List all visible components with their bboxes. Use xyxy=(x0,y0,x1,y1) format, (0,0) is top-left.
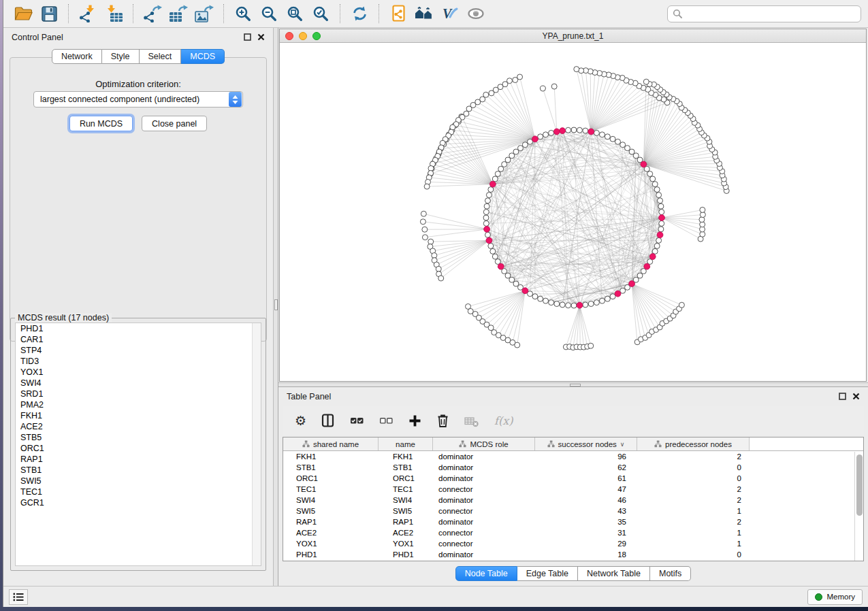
column-header-MCDS-role[interactable]: MCDS role xyxy=(433,437,535,450)
delete-table-button[interactable] xyxy=(464,414,479,427)
tab-network[interactable]: Network xyxy=(52,49,102,64)
table-row[interactable]: TEC1TEC1connector472 xyxy=(283,484,863,495)
graph-ring-node[interactable] xyxy=(492,176,498,182)
mcds-result-item[interactable]: TID3 xyxy=(16,356,261,367)
graph-ring-node[interactable] xyxy=(538,134,543,139)
mcds-result-item[interactable]: STB5 xyxy=(16,432,261,443)
import-network-button[interactable] xyxy=(75,3,101,24)
vertical-splitter[interactable] xyxy=(273,28,278,586)
vertical-splitter-handle[interactable] xyxy=(274,299,278,310)
graph-mcds-node[interactable] xyxy=(588,129,594,135)
mcds-result-item[interactable]: YOX1 xyxy=(16,367,261,378)
export-network-button[interactable] xyxy=(140,3,165,24)
graph-mcds-node[interactable] xyxy=(486,237,492,244)
table-row[interactable]: PHD1PHD1dominator180 xyxy=(283,549,863,560)
table-row[interactable]: FKH1FKH1dominator962 xyxy=(283,451,863,462)
graph-ring-node[interactable] xyxy=(620,142,626,148)
horizontal-splitter[interactable] xyxy=(278,382,868,387)
zoom-selected-button[interactable] xyxy=(308,3,334,24)
graph-leaf-node[interactable] xyxy=(428,239,434,244)
graph-edge[interactable] xyxy=(662,210,703,218)
graph-leaf-node[interactable] xyxy=(466,106,472,112)
graph-mcds-node[interactable] xyxy=(489,181,496,187)
graph-ring-node[interactable] xyxy=(654,187,660,193)
graph-ring-node[interactable] xyxy=(513,281,519,286)
optimization-criterion-select[interactable]: largest connected component (undirected) xyxy=(33,91,243,108)
graph-ring-node[interactable] xyxy=(517,146,523,151)
select-all-rows-button[interactable] xyxy=(350,414,364,427)
graph-edge[interactable] xyxy=(566,306,579,347)
graph-ring-node[interactable] xyxy=(486,193,492,198)
create-column-button[interactable] xyxy=(408,414,421,427)
mcds-result-item[interactable]: STB1 xyxy=(16,465,261,476)
graph-mcds-node[interactable] xyxy=(498,263,504,269)
graph-ring-node[interactable] xyxy=(652,182,658,187)
graph-edge[interactable] xyxy=(494,291,526,332)
graph-mcds-node[interactable] xyxy=(484,226,490,232)
graph-ring-node[interactable] xyxy=(484,203,489,209)
zoom-fit-button[interactable] xyxy=(282,3,308,24)
deselect-all-rows-button[interactable] xyxy=(379,414,393,427)
graph-leaf-node[interactable] xyxy=(679,302,684,308)
split-columns-button[interactable] xyxy=(321,414,335,427)
graph-edge[interactable] xyxy=(579,306,590,346)
mcds-result-item[interactable]: SRD1 xyxy=(16,389,261,399)
graph-leaf-node[interactable] xyxy=(700,207,705,212)
graph-edge[interactable] xyxy=(456,125,493,184)
graph-ring-node[interactable] xyxy=(566,127,571,133)
graph-edge[interactable] xyxy=(662,218,703,234)
delete-column-button[interactable] xyxy=(436,414,449,428)
mcds-result-item[interactable]: TEC1 xyxy=(16,486,261,497)
graph-mcds-node[interactable] xyxy=(659,215,665,221)
zoom-out-button[interactable] xyxy=(256,3,282,24)
graph-ring-node[interactable] xyxy=(659,220,664,226)
graph-ring-node[interactable] xyxy=(571,303,577,308)
table-scrollbar[interactable] xyxy=(854,452,863,561)
graph-ring-node[interactable] xyxy=(583,302,588,308)
graph-ring-node[interactable] xyxy=(625,146,630,151)
graph-edge[interactable] xyxy=(662,215,703,218)
graph-ring-node[interactable] xyxy=(560,302,565,308)
tab-node-table[interactable]: Node Table xyxy=(455,566,517,581)
show-hide-details-button[interactable] xyxy=(463,3,489,24)
mcds-result-item[interactable]: RAP1 xyxy=(16,454,261,465)
network-canvas[interactable] xyxy=(280,43,866,381)
graph-ring-node[interactable] xyxy=(485,232,490,237)
tab-mcds[interactable]: MCDS xyxy=(181,49,225,64)
graph-ring-node[interactable] xyxy=(483,220,489,226)
mcds-result-item[interactable]: ORC1 xyxy=(16,443,261,454)
float-table-panel-icon[interactable] xyxy=(839,393,846,400)
mcds-result-item[interactable]: PMA2 xyxy=(16,399,261,410)
search-field[interactable] xyxy=(667,5,861,22)
graph-ring-node[interactable] xyxy=(615,139,621,144)
graph-edge[interactable] xyxy=(509,81,534,139)
graph-edge[interactable] xyxy=(423,214,487,229)
graph-ring-node[interactable] xyxy=(538,296,543,301)
graph-ring-node[interactable] xyxy=(594,300,599,306)
graph-leaf-node[interactable] xyxy=(540,86,545,91)
table-row[interactable]: SWI5SWI5connector431 xyxy=(283,506,863,516)
graph-leaf-node[interactable] xyxy=(551,84,557,89)
graph-leaf-node[interactable] xyxy=(422,227,428,232)
table-row[interactable]: SWI4SWI4dominator462 xyxy=(283,495,863,506)
graph-ring-node[interactable] xyxy=(498,166,504,171)
graph-ring-node[interactable] xyxy=(588,301,594,307)
table-row[interactable]: ACE2ACE2connector311 xyxy=(283,527,863,538)
column-header-predecessor-nodes[interactable]: predecessor nodes xyxy=(637,437,750,450)
table-scrollbar-thumb[interactable] xyxy=(856,455,863,516)
graph-edge[interactable] xyxy=(423,222,487,229)
graph-ring-node[interactable] xyxy=(629,149,634,154)
graph-edge[interactable] xyxy=(643,108,681,164)
mcds-result-item[interactable]: GCR1 xyxy=(16,497,261,508)
graph-ring-node[interactable] xyxy=(633,153,639,159)
graph-ring-node[interactable] xyxy=(492,254,498,259)
tab-style[interactable]: Style xyxy=(102,49,140,64)
tab-select[interactable]: Select xyxy=(140,49,182,64)
graph-ring-node[interactable] xyxy=(656,193,662,198)
graph-ring-node[interactable] xyxy=(571,127,577,133)
graph-edge[interactable] xyxy=(425,229,487,237)
close-panel-button[interactable]: Close panel xyxy=(142,116,207,131)
save-session-button[interactable] xyxy=(36,3,62,24)
graph-mcds-node[interactable] xyxy=(577,302,583,308)
mcds-result-item[interactable]: SWI4 xyxy=(16,378,261,389)
